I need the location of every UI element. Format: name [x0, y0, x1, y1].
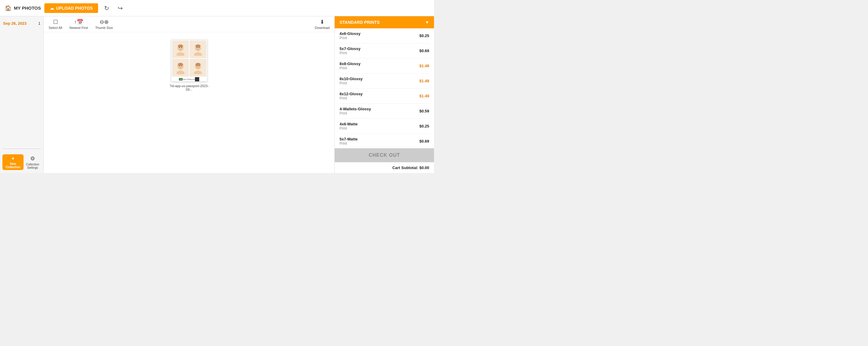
download-icon: ⬇ [320, 19, 324, 25]
top-bar: 🏠 MY PHOTOS ☁ UPLOAD PHOTOS ↻ ↪ [0, 0, 434, 16]
date-label: Sep 26, 2023 [3, 21, 27, 26]
main-content: Sep 26, 2023 1 + NewCollection ⚙ Collect… [0, 16, 434, 173]
print-item-left: 8x12-Glossy Print [340, 92, 363, 100]
print-item-name: 4x6-Matte [340, 122, 358, 126]
photo-thumbnail: 7id https://7idapp.com [171, 39, 207, 82]
print-list-item[interactable]: 5x7-Glossy Print $0.69 [340, 43, 429, 59]
print-item-sub: Print [340, 141, 358, 146]
new-collection-label: NewCollection [6, 162, 20, 169]
chevron-down-icon: ▼ [425, 20, 429, 25]
print-item-price: $0.25 [419, 33, 429, 38]
print-item-sub: Print [340, 66, 360, 70]
thumb-size-label: Thumb Size [95, 26, 113, 30]
print-item-name: 5x7-Glossy [340, 46, 360, 51]
my-photos-button[interactable]: 🏠 MY PHOTOS [5, 5, 41, 11]
print-item-name: 5x7-Matte [340, 137, 358, 141]
upload-label: UPLOAD PHOTOS [56, 6, 93, 10]
photo-grid: 7id https://7idapp.com 7id-app-us-passpo… [44, 32, 334, 173]
download-button[interactable]: ⬇ Download [315, 19, 330, 30]
passport-grid [172, 40, 207, 77]
print-list-item[interactable]: 4x6-Matte Print $0.25 [340, 119, 429, 134]
upload-photos-button[interactable]: ☁ UPLOAD PHOTOS [44, 3, 98, 13]
passport-face-2 [189, 40, 207, 58]
passport-url: https://7idapp.com [183, 78, 195, 80]
photo-area: ☐ Select All ↑📅 Newest First ⊖⊕ Thumb Si… [44, 16, 334, 173]
refresh-button[interactable]: ↻ [102, 3, 112, 13]
new-collection-button[interactable]: + NewCollection [2, 154, 24, 170]
print-item-name: 4-Wallets-Glossy [340, 107, 371, 111]
sidebar: Sep 26, 2023 1 + NewCollection ⚙ Collect… [0, 16, 44, 173]
print-item-sub: Print [340, 96, 363, 100]
my-photos-label: MY PHOTOS [14, 5, 41, 10]
print-item-price: $1.49 [419, 64, 429, 68]
print-list-item[interactable]: 4x6-Glossy Print $0.25 [340, 28, 429, 43]
thumb-size-button[interactable]: ⊖⊕ Thumb Size [95, 19, 113, 30]
collection-settings-button[interactable]: ⚙ CollectionSettings [26, 155, 39, 169]
print-item-price: $0.69 [419, 139, 429, 143]
sort-icon: ↑📅 [74, 19, 83, 25]
print-item-sub: Print [340, 36, 360, 40]
download-label: Download [315, 26, 330, 30]
print-item-name: 8x8-Glossy [340, 62, 360, 66]
gear-icon: ⚙ [30, 155, 35, 162]
print-item-left: 8x8-Glossy Print [340, 62, 360, 70]
print-list-item[interactable]: 8x8-Glossy Print $1.49 [340, 59, 429, 73]
sidebar-actions: + NewCollection ⚙ CollectionSettings [2, 151, 41, 173]
select-all-label: Select All [49, 26, 62, 30]
print-list: 4x6-Glossy Print $0.25 5x7-Glossy Print … [335, 28, 434, 148]
print-item-left: 8x10-Glossy Print [340, 76, 363, 85]
print-item-left: 4-Wallets-Glossy Print [340, 107, 371, 115]
newest-first-button[interactable]: ↑📅 Newest First [69, 19, 88, 30]
passport-logo: 7id [179, 78, 183, 80]
print-item-left: 4x6-Matte Print [340, 122, 358, 131]
newest-first-label: Newest First [69, 26, 88, 30]
plus-icon: + [11, 156, 14, 161]
svg-point-5 [178, 44, 183, 47]
cloud-upload-icon: ☁ [50, 6, 54, 10]
print-item-price: $1.49 [419, 94, 429, 98]
print-item-sub: Print [340, 51, 360, 55]
checkout-button[interactable]: CHECK OUT [335, 148, 434, 162]
checkout-label: CHECK OUT [369, 152, 400, 158]
passport-face-4 [189, 59, 207, 76]
print-item-sub: Print [340, 126, 358, 131]
print-item-price: $0.69 [419, 48, 429, 53]
photo-item[interactable]: 7id https://7idapp.com 7id-app-us-passpo… [169, 39, 209, 91]
svg-point-17 [178, 63, 183, 66]
right-panel: STANDARD PRINTS ▼ 4x6-Glossy Print $0.25… [334, 16, 434, 173]
passport-face-1 [172, 40, 189, 58]
print-item-sub: Print [340, 111, 371, 115]
print-list-item[interactable]: 8x12-Glossy Print $1.49 [340, 89, 429, 104]
print-item-left: 5x7-Matte Print [340, 137, 358, 146]
share-button[interactable]: ↪ [115, 3, 125, 13]
toolbar-right: ⬇ Download [315, 19, 330, 30]
print-list-item[interactable]: 4-Wallets-Glossy Print $0.59 [340, 104, 429, 119]
print-item-left: 4x6-Glossy Print [340, 31, 360, 40]
print-list-item[interactable]: 5x7-Matte Print $0.69 [340, 134, 429, 148]
sidebar-bottom: + NewCollection ⚙ CollectionSettings [2, 146, 41, 173]
share-icon: ↪ [118, 5, 123, 11]
photo-filename: 7id-app-us-passport-2023-09... [169, 84, 209, 91]
print-item-name: 8x10-Glossy [340, 76, 363, 81]
collection-settings-label: CollectionSettings [26, 163, 39, 169]
cart-subtotal: Cart Subtotal: $0.00 [335, 162, 434, 173]
sidebar-divider [2, 148, 41, 149]
print-type-button[interactable]: STANDARD PRINTS ▼ [335, 16, 434, 28]
print-item-sub: Print [340, 81, 363, 85]
print-item-price: $1.49 [419, 79, 429, 83]
svg-point-23 [195, 63, 200, 66]
date-row: Sep 26, 2023 1 [2, 20, 41, 27]
home-icon: 🏠 [5, 5, 11, 11]
qr-code [195, 77, 199, 81]
date-count: 1 [38, 21, 40, 26]
thumb-size-icon: ⊖⊕ [100, 19, 108, 25]
print-list-item[interactable]: 8x10-Glossy Print $1.49 [340, 73, 429, 89]
print-item-name: 4x6-Glossy [340, 31, 360, 36]
passport-face-3 [172, 59, 189, 76]
refresh-icon: ↻ [104, 5, 109, 11]
checkbox-icon: ☐ [53, 19, 58, 25]
select-all-button[interactable]: ☐ Select All [49, 19, 62, 30]
print-item-price: $0.59 [419, 109, 429, 113]
print-item-left: 5x7-Glossy Print [340, 46, 360, 55]
svg-point-11 [195, 44, 200, 47]
